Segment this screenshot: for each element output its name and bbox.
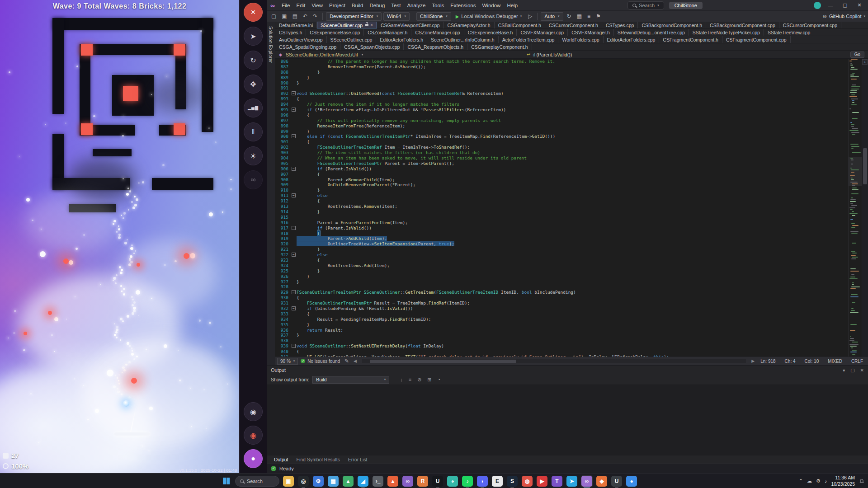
expand-button[interactable]: ✥ <box>244 75 263 94</box>
undo-icon[interactable]: ↶ <box>301 13 309 20</box>
taskbar-search[interactable]: Search <box>235 476 279 487</box>
issues-indicator[interactable]: ✓ No issues found <box>301 359 340 364</box>
tab-avaoutlinerview-cpp[interactable]: AvaOutlinerView.cpp <box>275 36 327 43</box>
record-active-button[interactable]: ◉ <box>244 426 263 445</box>
tab-csga-spatialongoing-cpp[interactable]: CSGA_SpatialOngoing.cpp <box>275 43 340 50</box>
zoom-dropdown[interactable]: 90 %▾ <box>277 358 298 365</box>
taskbar-app-youtube[interactable]: ▶ <box>536 475 548 487</box>
context-line-box[interactable]: ↩ if (Parent.IsValid()) <box>527 52 572 57</box>
scrollbar-thumb[interactable] <box>863 148 867 184</box>
taskbar-app-discord[interactable]: ◗ <box>476 475 488 487</box>
tab-defaultgame-ini[interactable]: DefaultGame.ini <box>275 22 317 28</box>
close-button[interactable]: × <box>244 3 263 22</box>
fold-collapse-icon[interactable]: − <box>292 193 296 197</box>
taskbar-app-brave[interactable]: ▲ <box>387 475 399 487</box>
tab-cstypes-h[interactable]: CSTypes.h <box>275 29 306 36</box>
taskbar-app-spotify[interactable]: ♪ <box>462 475 473 487</box>
settings-button[interactable]: ☀ <box>244 146 263 165</box>
tab-csgameplayactor-h[interactable]: CSGameplayActor.h <box>444 22 495 28</box>
tab-csballcomponent-h[interactable]: CSBallComponent.h <box>495 22 545 28</box>
split-editor-button[interactable]: + <box>862 59 868 65</box>
maximize-button[interactable]: ▢ <box>840 2 850 8</box>
fold-collapse-icon[interactable]: − <box>292 108 296 112</box>
history-icon[interactable]: ◔ <box>436 377 442 382</box>
taskbar-app-vscode[interactable]: ◢ <box>357 475 369 487</box>
new-file-icon[interactable]: ▢ <box>269 13 278 20</box>
volume-icon[interactable]: ♪ <box>825 479 827 484</box>
panel-tab-find-symbol-results[interactable]: Find Symbol Results <box>293 457 343 462</box>
toggle-autoscroll-icon[interactable]: ⊞ <box>426 377 433 383</box>
tab-actorfoldertreeitem-cpp[interactable]: ActorFolderTreeItem.cpp <box>499 36 559 43</box>
tab-editoractorfolders-cpp[interactable]: EditorActorFolders.cpp <box>604 36 660 43</box>
tab-csga-respawnobjects-h[interactable]: CSGA_RespawnObjects.h <box>404 43 467 50</box>
horizontal-scrollbar-thumb[interactable] <box>370 360 516 363</box>
char-indicator[interactable]: Ch: 4 <box>782 359 799 364</box>
start-button[interactable] <box>220 475 232 487</box>
open-file-icon[interactable]: ▣ <box>280 13 288 20</box>
solution-name-badge[interactable]: ChillStone <box>669 2 703 9</box>
startup-project-dropdown[interactable]: ChillStone▾ <box>416 12 451 21</box>
fold-collapse-icon[interactable]: − <box>292 134 296 138</box>
tab-cszonemanager-cpp[interactable]: CSZoneManager.cpp <box>411 29 464 36</box>
pin-panel-icon[interactable]: ▾ <box>843 368 845 373</box>
tab-csfragmentcomponent-h[interactable]: CSFragmentComponent.h <box>659 36 722 43</box>
menu-help[interactable]: Help <box>504 2 521 9</box>
taskbar-app-steam[interactable]: S <box>506 475 518 487</box>
clear-output-icon[interactable]: ⊘ <box>416 377 423 383</box>
go-button[interactable]: Go <box>850 52 864 58</box>
tab-ssceneoutliner-cpp[interactable]: SSceneOutliner.cpp <box>327 36 377 43</box>
scroll-left-icon[interactable]: ◀ <box>354 359 357 363</box>
hot-reload-icon[interactable]: ↻ <box>565 13 573 20</box>
fold-collapse-icon[interactable]: − <box>292 290 296 294</box>
platform-dropdown[interactable]: Win64▾ <box>383 12 410 21</box>
menu-test[interactable]: Test <box>388 2 404 9</box>
taskbar-app-paint[interactable]: ● <box>626 475 637 487</box>
taskbar-app-settings[interactable]: ⚙ <box>312 475 324 487</box>
taskbar-app-visual-studio-active[interactable]: ∞ <box>581 475 593 487</box>
tab-csexperiencebase-h[interactable]: CSExperienceBase.h <box>464 29 517 36</box>
taskbar-app-file-explorer[interactable]: ▣ <box>283 475 294 487</box>
taskbar-app-blender[interactable]: ◆ <box>596 475 608 487</box>
taskbar-app-chrome[interactable]: ◍ <box>521 475 533 487</box>
taskbar-app-epic-games[interactable]: E <box>491 475 503 487</box>
refresh-button[interactable]: ↻ <box>244 51 263 70</box>
start-without-debugging-icon[interactable]: ▷ <box>526 13 534 20</box>
settings-tray-icon[interactable]: ⚙ <box>816 478 821 484</box>
menu-build[interactable]: Build <box>349 2 367 9</box>
tab-worldfolders-cpp[interactable]: WorldFolders.cpp <box>558 36 603 43</box>
taskbar-app-visual-studio[interactable]: ∞ <box>402 475 414 487</box>
solution-explorer-collapsed-tab[interactable]: Solution Explorer <box>268 26 273 63</box>
taskbar-app-photos[interactable]: ▦ <box>327 475 339 487</box>
line-indicator[interactable]: Ln: 918 <box>757 359 778 364</box>
tab-srewinddebug-onenttree-cpp[interactable]: SRewindDebug...onentTree.cpp <box>614 29 689 36</box>
tab-csexperiencebase-cpp[interactable]: CSExperienceBase.cpp <box>306 29 364 36</box>
menu-edit[interactable]: Edit <box>293 2 309 9</box>
line-ending-indicator[interactable]: CRLF <box>848 359 866 364</box>
taskbar-clock[interactable]: 11:36 AM 10/23/2025 <box>831 475 855 487</box>
menu-file[interactable]: File <box>278 2 293 9</box>
watch-mode-dropdown[interactable]: Auto▾ <box>541 12 563 21</box>
fold-collapse-icon[interactable]: − <box>292 253 296 257</box>
chevron-up-icon[interactable]: ⌃ <box>799 478 803 484</box>
tab-csvfxmanager-h[interactable]: CSVFXManager.h <box>568 29 614 36</box>
menu-extensions[interactable]: Extensions <box>447 2 479 9</box>
output-source-dropdown[interactable]: Build▾ <box>312 376 389 384</box>
onedrive-icon[interactable]: ☁ <box>807 478 812 484</box>
close-panel-icon[interactable]: ✕ <box>860 368 864 373</box>
tab-cszonemanager-h[interactable]: CSZoneManager.h <box>364 29 411 36</box>
menu-window[interactable]: Window <box>479 2 504 9</box>
link-button[interactable]: ∞ <box>244 170 263 189</box>
game-viewport[interactable]: Wave: 9 Total Waves: 8 Bricks: 1,122 27 … <box>0 0 239 473</box>
word-wrap-icon[interactable]: ≡ <box>407 377 413 382</box>
find-in-files-icon[interactable]: ▦ <box>575 13 584 20</box>
menu-view[interactable]: View <box>308 2 326 9</box>
taskbar-app-telegram[interactable]: ➤ <box>566 475 578 487</box>
notifications-icon[interactable] <box>859 479 864 484</box>
menu-project[interactable]: Project <box>326 2 349 9</box>
tab-cscursorcomponent-cpp[interactable]: CSCursorComponent.cpp <box>779 22 841 28</box>
redo-icon[interactable]: ↷ <box>311 13 319 20</box>
output-panel-content[interactable] <box>267 385 868 455</box>
fold-collapse-icon[interactable]: − <box>292 91 296 95</box>
tab-editoractorfolders-h[interactable]: EditorActorFolders.h <box>376 36 427 43</box>
taskbar-app-unity-hub[interactable]: U <box>611 475 623 487</box>
